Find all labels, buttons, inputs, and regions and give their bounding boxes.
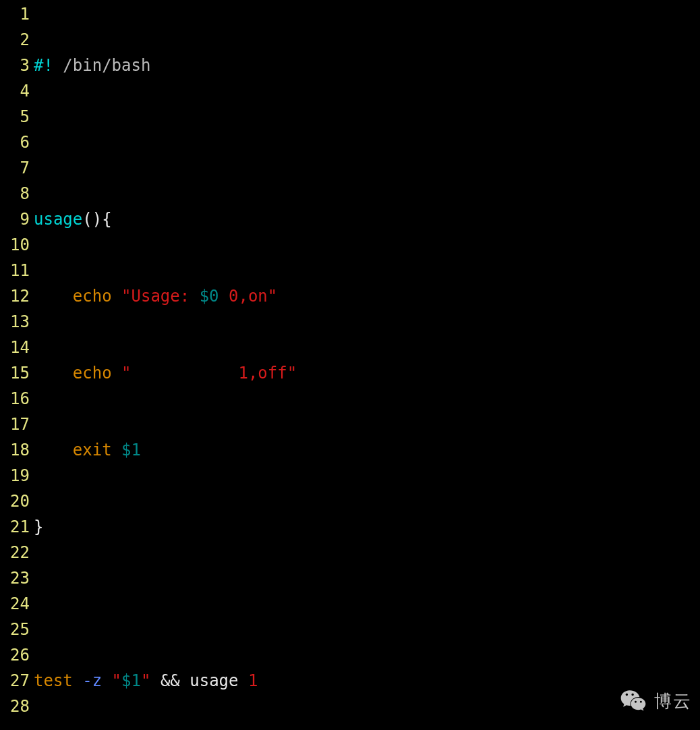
code-line <box>34 130 700 155</box>
line-number: 1 <box>0 1 30 27</box>
line-number: 6 <box>0 130 30 155</box>
line-number: 12 <box>0 283 30 309</box>
string-quote: " <box>121 364 131 383</box>
line-number: 2 <box>0 27 30 53</box>
line-number: 20 <box>0 488 30 514</box>
code-line: echo " 1,off" <box>34 360 700 386</box>
variable: $1 <box>121 671 141 690</box>
flag: -z <box>82 671 102 690</box>
line-number: 15 <box>0 360 30 386</box>
keyword-echo: echo <box>73 287 112 306</box>
operator: && <box>161 671 180 690</box>
line-number: 16 <box>0 386 30 412</box>
string-body: 1,off <box>132 364 287 383</box>
line-number: 17 <box>0 412 30 437</box>
line-number: 8 <box>0 181 30 206</box>
line-number: 25 <box>0 617 30 642</box>
line-number: 5 <box>0 104 30 130</box>
line-number: 4 <box>0 78 30 104</box>
line-number: 27 <box>0 668 30 694</box>
keyword-test: test <box>34 671 73 690</box>
code-content[interactable]: #! /bin/bash usage(){ echo "Usage: $0 0,… <box>34 1 700 730</box>
keyword-echo: echo <box>73 364 112 383</box>
line-number: 3 <box>0 53 30 78</box>
brace-close: } <box>34 517 43 536</box>
code-line: test -z "$1" && usage 1 <box>34 668 700 694</box>
line-number: 23 <box>0 565 30 591</box>
string-quote: " <box>287 364 297 383</box>
code-line: echo "Usage: $0 0,on" <box>34 283 700 309</box>
shebang-hash: #! <box>34 56 63 75</box>
line-number: 7 <box>0 155 30 181</box>
string-body: Usage: <box>132 287 200 306</box>
code-line: #! /bin/bash <box>34 53 700 78</box>
function-name: usage <box>34 210 82 229</box>
shebang-path: /bin/bash <box>63 56 150 75</box>
line-number: 18 <box>0 437 30 463</box>
line-number: 24 <box>0 591 30 617</box>
line-number: 22 <box>0 540 30 565</box>
string-quote: " <box>121 287 131 306</box>
code-editor[interactable]: 1 2 3 4 5 6 7 8 9 10 11 12 13 14 15 16 1… <box>0 0 700 730</box>
string-body: 0,on <box>219 287 268 306</box>
variable: $0 <box>200 287 219 306</box>
keyword-exit: exit <box>73 441 112 459</box>
line-number: 19 <box>0 463 30 488</box>
line-number: 9 <box>0 206 30 232</box>
string-quote: " <box>141 671 150 690</box>
code-line: exit $1 <box>34 437 700 463</box>
code-line <box>34 591 700 617</box>
line-number: 11 <box>0 258 30 283</box>
code-line: usage(){ <box>34 206 700 232</box>
code-line: } <box>34 514 700 540</box>
string-quote: " <box>112 671 121 690</box>
variable: $1 <box>121 441 141 459</box>
paren: () <box>82 210 102 229</box>
line-number: 14 <box>0 335 30 360</box>
line-number-gutter: 1 2 3 4 5 6 7 8 9 10 11 12 13 14 15 16 1… <box>0 1 34 730</box>
line-number: 26 <box>0 642 30 668</box>
string-quote: " <box>268 287 277 306</box>
line-number: 21 <box>0 514 30 540</box>
line-number: 10 <box>0 232 30 258</box>
line-number: 28 <box>0 694 30 719</box>
line-number: 13 <box>0 309 30 335</box>
brace-open: { <box>102 210 111 229</box>
call: usage <box>189 671 238 690</box>
number: 1 <box>248 671 258 690</box>
